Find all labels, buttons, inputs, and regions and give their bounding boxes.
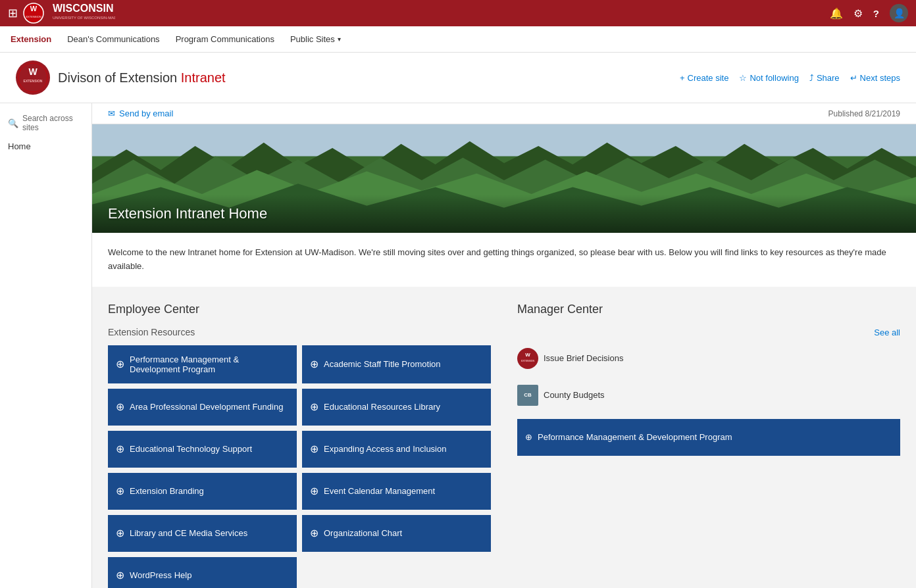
user-avatar[interactable]: 👤 (890, 4, 908, 22)
globe-icon: ⊕ (310, 443, 318, 455)
main-content: ✉ Send by email Published 8/21/2019 (92, 103, 916, 588)
academic-staff-button[interactable]: ⊕ Academic Staff Title Promotion (302, 345, 491, 383)
not-following-button[interactable]: ☆ Not following (739, 73, 798, 83)
top-bar: ⊞ W EXTENSION WISCONSIN UNIVERSITY OF WI… (0, 0, 916, 26)
hero-overlay: Extension Intranet Home (92, 195, 916, 233)
svg-text:W: W (525, 352, 530, 358)
search-icon: 🔍 (8, 118, 18, 128)
email-bar: ✉ Send by email Published 8/21/2019 (92, 103, 916, 124)
nav-item-extension[interactable]: Extension (11, 34, 51, 44)
svg-text:WISCONSIN: WISCONSIN (53, 3, 113, 14)
resource-buttons-row1: ⊕ Performance Management & Development P… (108, 345, 491, 383)
nav-item-public[interactable]: Public Sites ▾ (290, 34, 341, 44)
globe-icon: ⊕ (310, 527, 318, 539)
event-calendar-button[interactable]: ⊕ Event Calendar Management (302, 473, 491, 510)
top-bar-left: ⊞ W EXTENSION WISCONSIN UNIVERSITY OF WI… (8, 3, 115, 24)
nav-bar: Extension Dean's Communications Program … (0, 26, 916, 53)
svg-text:W: W (30, 5, 38, 12)
county-budgets-link[interactable]: CB County Budgets (517, 380, 900, 411)
share-button[interactable]: ⤴ Share (809, 73, 840, 83)
help-icon[interactable]: ? (873, 8, 879, 19)
published-date: Published 8/21/2019 (828, 109, 900, 118)
resource-buttons-row2: ⊕ Area Professional Development Funding … (108, 389, 491, 426)
create-site-button[interactable]: + Create site (680, 73, 728, 83)
resource-buttons-row5: ⊕ Library and CE Media Services ⊕ Organi… (108, 515, 491, 552)
globe-icon: ⊕ (116, 527, 124, 539)
share-icon: ⤴ (809, 73, 814, 83)
globe-icon: ⊕ (310, 358, 318, 370)
body-text: Welcome to the new Intranet home for Ext… (92, 233, 916, 287)
extension-resources-subtitle: Extension Resources (108, 327, 491, 337)
globe-icon: ⊕ (116, 358, 124, 370)
welcome-paragraph: Welcome to the new Intranet home for Ext… (108, 246, 900, 274)
svg-text:EXTENSION: EXTENSION (521, 360, 535, 362)
top-bar-right: 🔔 ⚙ ? 👤 (830, 4, 908, 22)
nav-item-program[interactable]: Program Communications (176, 34, 274, 44)
hero-image: Extension Intranet Home (92, 124, 916, 233)
svg-text:EXTENSION: EXTENSION (24, 79, 43, 83)
educational-tech-button[interactable]: ⊕ Educational Technology Support (108, 431, 297, 468)
employee-center: Employee Center Extension Resources ⊕ Pe… (108, 303, 491, 588)
library-media-button[interactable]: ⊕ Library and CE Media Services (108, 515, 297, 552)
resource-buttons-row4: ⊕ Extension Branding ⊕ Event Calendar Ma… (108, 473, 491, 510)
manager-center-title: Manager Center (517, 303, 900, 316)
site-logo: W EXTENSION (16, 61, 50, 95)
bell-icon[interactable]: 🔔 (830, 7, 843, 20)
manager-center: Manager Center See all W EXTENSION (517, 303, 900, 588)
globe-icon: ⊕ (116, 569, 124, 581)
waffle-icon[interactable]: ⊞ (8, 6, 18, 20)
county-budgets-icon: CB (517, 385, 538, 406)
issue-brief-link[interactable]: W EXTENSION Issue Brief Decisions (517, 343, 900, 374)
svg-text:W: W (28, 66, 38, 77)
nav-item-deans[interactable]: Dean's Communications (67, 34, 160, 44)
site-title: Divison of Extension Intranet (58, 70, 226, 86)
resource-buttons-row6: ⊕ WordPress Help (108, 557, 491, 588)
plus-icon: + (680, 73, 685, 83)
sections-container: Employee Center Extension Resources ⊕ Pe… (92, 287, 916, 588)
see-all-link[interactable]: See all (874, 328, 900, 337)
extension-branding-button[interactable]: ⊕ Extension Branding (108, 473, 297, 510)
site-header: W EXTENSION Divison of Extension Intrane… (0, 53, 916, 103)
settings-icon[interactable]: ⚙ (853, 7, 863, 20)
star-icon: ☆ (739, 73, 747, 83)
site-header-left: W EXTENSION Divison of Extension Intrane… (16, 61, 226, 95)
wordpress-help-button[interactable]: ⊕ WordPress Help (108, 557, 297, 588)
next-steps-button[interactable]: ↵ Next steps (850, 73, 900, 83)
uw-logo-svg: W EXTENSION WISCONSIN UNIVERSITY OF WISC… (23, 3, 115, 24)
area-professional-button[interactable]: ⊕ Area Professional Development Funding (108, 389, 297, 426)
hero-title: Extension Intranet Home (108, 205, 900, 222)
email-icon: ✉ (108, 109, 115, 118)
uw-logo[interactable]: W EXTENSION WISCONSIN UNIVERSITY OF WISC… (23, 3, 115, 24)
educational-resources-button[interactable]: ⊕ Educational Resources Library (302, 389, 491, 426)
svg-text:EXTENSION: EXTENSION (26, 15, 41, 18)
next-steps-icon: ↵ (850, 73, 857, 83)
svg-text:UNIVERSITY OF WISCONSIN-MADISO: UNIVERSITY OF WISCONSIN-MADISON (53, 16, 115, 20)
manager-performance-button[interactable]: ⊕ Peformance Management & Development Pr… (517, 419, 900, 456)
org-chart-button[interactable]: ⊕ Organizational Chart (302, 515, 491, 552)
expanding-access-button[interactable]: ⊕ Expanding Access and Inclusion (302, 431, 491, 468)
employee-center-title: Employee Center (108, 303, 491, 316)
globe-icon: ⊕ (116, 485, 124, 497)
globe-icon: ⊕ (310, 401, 318, 413)
search-across-sites[interactable]: 🔍 Search across sites (0, 109, 91, 137)
site-header-right: + Create site ☆ Not following ⤴ Share ↵ … (680, 73, 900, 83)
resource-buttons-row3: ⊕ Educational Technology Support ⊕ Expan… (108, 431, 491, 468)
chevron-down-icon: ▾ (338, 36, 341, 43)
sidebar-item-home[interactable]: Home (0, 137, 91, 155)
content-wrapper: 🔍 Search across sites Home ✉ Send by ema… (0, 103, 916, 588)
issue-brief-icon: W EXTENSION (517, 348, 538, 369)
globe-icon: ⊕ (525, 432, 532, 442)
see-all-container: See all (517, 327, 900, 337)
globe-icon: ⊕ (310, 485, 318, 497)
performance-mgmt-button[interactable]: ⊕ Performance Management & Development P… (108, 345, 297, 383)
globe-icon: ⊕ (116, 443, 124, 455)
send-by-email-button[interactable]: ✉ Send by email (108, 109, 173, 118)
extension-logo-svg: W EXTENSION (16, 61, 50, 95)
manager-links: W EXTENSION Issue Brief Decisions CB Cou… (517, 343, 900, 456)
sidebar: 🔍 Search across sites Home (0, 103, 92, 588)
globe-icon: ⊕ (116, 401, 124, 413)
